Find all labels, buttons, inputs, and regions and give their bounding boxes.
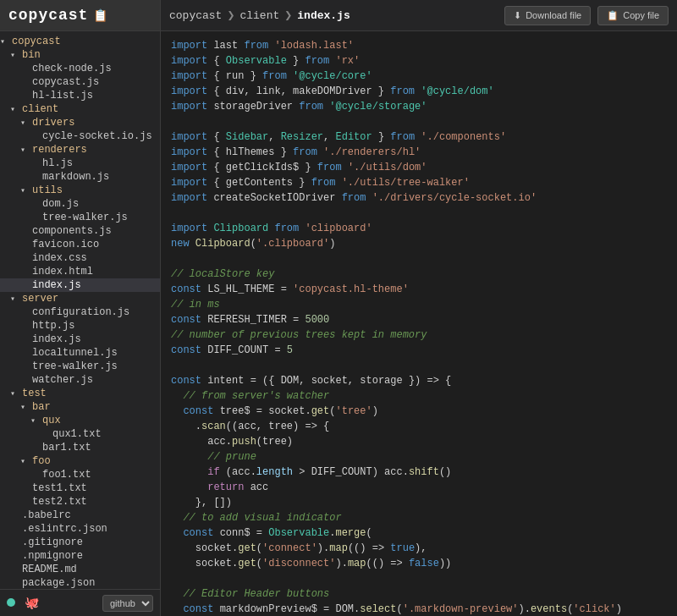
code-line-22 <box>171 358 667 373</box>
tree-item-label: tree-walker.js <box>41 212 128 223</box>
tree-item-label: drivers <box>30 117 74 129</box>
tree-item-markdown.js[interactable]: markdown.js <box>0 170 160 184</box>
tree-item-label: test1.txt <box>30 482 87 494</box>
tree-item-label: cycle-socket.io.js <box>41 130 152 142</box>
breadcrumb-client: client <box>239 9 279 22</box>
code-line-11: import createSocketIODriver from './driv… <box>171 190 667 206</box>
tree-item-localtunnel.js[interactable]: localtunnel.js <box>0 346 160 360</box>
code-line-12 <box>171 206 667 221</box>
breadcrumb-sep-2: ❯ <box>284 8 292 24</box>
code-line-35: socket.get('disconnect').map(() => false… <box>171 556 667 571</box>
tree-arrow: ▾ <box>20 402 30 412</box>
code-line-8: import { hlThemes } from './renderers/hl… <box>171 145 667 160</box>
tree-item-drivers[interactable]: ▾drivers <box>0 116 160 129</box>
tree-item-bin[interactable]: ▾bin <box>0 48 160 62</box>
code-line-23: const intent = ({ DOM, socket, storage }… <box>171 373 667 388</box>
tree-item-label: .eslintrc.json <box>20 523 107 535</box>
tree-arrow: ▾ <box>0 36 10 47</box>
tree-item-label: dom.js <box>41 198 79 210</box>
tree-item-label: .npmignore <box>20 550 83 562</box>
tree-item-README.md[interactable]: README.md <box>0 563 160 576</box>
copy-icon: 📋 <box>607 10 619 21</box>
tree-item-label: bar <box>30 401 51 413</box>
code-line-10: import { getContents } from './utils/tre… <box>171 175 667 190</box>
tree-arrow: ▾ <box>30 415 41 426</box>
tree-item-label: check-node.js <box>30 63 112 74</box>
tree-item-label: favicon.ico <box>30 239 99 250</box>
tree-item-copycast[interactable]: ▾copycast <box>0 35 160 48</box>
tree-item-label: test <box>20 388 47 399</box>
download-file-button[interactable]: ⬇ Download file <box>504 6 591 25</box>
tree-item-renderers[interactable]: ▾renderers <box>0 143 160 157</box>
tree-item-cycle-socket.io.js[interactable]: cycle-socket.io.js <box>0 129 160 143</box>
tree-item-bar[interactable]: ▾bar <box>0 400 160 414</box>
code-line-30: return acc <box>171 480 667 495</box>
tree-item-test[interactable]: ▾test <box>0 387 160 400</box>
code-line-34: socket.get('connect').map(() => true), <box>171 541 667 556</box>
tree-item-server[interactable]: ▾server <box>0 292 160 305</box>
tree-item-label: markdown.js <box>41 171 109 183</box>
header-logo: copycast 📋 <box>0 0 161 30</box>
download-file-label: Download file <box>526 10 581 20</box>
tree-item-label: foo <box>30 455 51 467</box>
tree-item-qux[interactable]: ▾qux <box>0 414 160 427</box>
tree-item-watcher.js[interactable]: watcher.js <box>0 373 160 387</box>
tree-item-dom.js[interactable]: dom.js <box>0 197 160 211</box>
tree-item-test1.txt[interactable]: test1.txt <box>0 481 160 495</box>
tree-item-index.css[interactable]: index.css <box>0 251 160 265</box>
tree-item-components.js[interactable]: components.js <box>0 224 160 238</box>
branch-select[interactable]: github <box>102 595 153 612</box>
tree-item-label: hl.js <box>41 157 73 169</box>
tree-item-label: .babelrc <box>20 509 71 521</box>
tree-item-test2.txt[interactable]: test2.txt <box>0 495 160 509</box>
tree-item-copycast.js[interactable]: copycast.js <box>0 75 160 89</box>
tree-item-foo1.txt[interactable]: foo1.txt <box>0 468 160 481</box>
tree-arrow: ▾ <box>10 388 20 399</box>
breadcrumb-sep-1: ❯ <box>227 8 234 24</box>
tree-item-tree-walker2.js[interactable]: tree-walker.js <box>0 360 160 373</box>
file-tree[interactable]: ▾copycast▾bincheck-node.jscopycast.jshl-… <box>0 31 160 589</box>
tree-item-utils[interactable]: ▾utils <box>0 184 160 197</box>
code-line-7: import { Sidebar, Resizer, Editor } from… <box>171 129 667 145</box>
code-line-26: .scan((acc, tree) => { <box>171 419 667 434</box>
tree-item-label: copycast <box>10 36 61 47</box>
tree-item-index.js[interactable]: index.js <box>0 278 160 292</box>
tree-item-.babelrc[interactable]: .babelrc <box>0 509 160 522</box>
code-line-27: acc.push(tree) <box>171 434 667 449</box>
tree-item-label: bar1.txt <box>41 442 91 454</box>
tree-item-bar1.txt[interactable]: bar1.txt <box>0 441 160 454</box>
tree-item-.eslintrc.json[interactable]: .eslintrc.json <box>0 522 160 536</box>
tree-item-label: hl-list.js <box>30 90 93 102</box>
tree-item-qux1.txt[interactable]: qux1.txt <box>0 427 160 441</box>
tree-item-foo[interactable]: ▾foo <box>0 454 160 468</box>
code-line-18: // in ms <box>171 297 667 312</box>
code-line-24: // from server's watcher <box>171 388 667 404</box>
tree-item-client[interactable]: ▾client <box>0 102 160 116</box>
tree-item-favicon.ico[interactable]: favicon.ico <box>0 238 160 251</box>
breadcrumb-indexjs: index.js <box>297 9 350 22</box>
tree-item-.gitignore[interactable]: .gitignore <box>0 536 160 549</box>
tree-arrow: ▾ <box>20 456 30 466</box>
tree-item-package.json[interactable]: package.json <box>0 576 160 589</box>
tree-item-label: copycast.js <box>30 76 99 88</box>
code-line-28: // prune <box>171 449 667 465</box>
tree-item-hl.js[interactable]: hl.js <box>0 157 160 170</box>
copy-file-button[interactable]: 📋 Copy file <box>597 6 669 25</box>
code-line-4: import { div, link, makeDOMDriver } from… <box>171 84 667 99</box>
code-editor: import last from 'lodash.last' import { … <box>161 31 677 616</box>
code-line-36 <box>171 571 667 586</box>
code-line-13: import Clipboard from 'clipboard' <box>171 221 667 236</box>
tree-item-label: package.json <box>20 577 95 589</box>
tree-item-http.js[interactable]: http.js <box>0 319 160 333</box>
tree-item-.npmignore[interactable]: .npmignore <box>0 549 160 563</box>
tree-item-index.html[interactable]: index.html <box>0 265 160 278</box>
tree-item-check-node.js[interactable]: check-node.js <box>0 62 160 75</box>
tree-item-label: bin <box>20 49 41 61</box>
tree-item-configuration.js[interactable]: configuration.js <box>0 305 160 319</box>
main-layout: ▾copycast▾bincheck-node.jscopycast.jshl-… <box>0 31 677 616</box>
tree-item-hl-list.js[interactable]: hl-list.js <box>0 89 160 102</box>
tree-item-server-index.js[interactable]: index.js <box>0 333 160 346</box>
tree-item-label: client <box>20 103 58 115</box>
tree-arrow: ▾ <box>20 118 30 128</box>
tree-item-tree-walker.js[interactable]: tree-walker.js <box>0 211 160 224</box>
